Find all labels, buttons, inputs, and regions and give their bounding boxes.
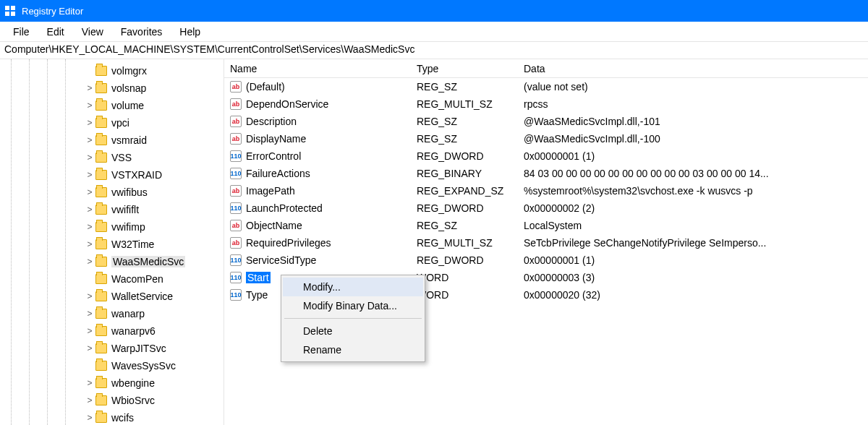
ctx-modify-binary-data[interactable]: Modify Binary Data... <box>283 296 423 315</box>
ctx-delete[interactable]: Delete <box>283 322 423 340</box>
col-header-type[interactable]: Type <box>411 63 518 74</box>
menu-favorites[interactable]: Favorites <box>112 23 171 40</box>
tree-item-wbiosrvc[interactable]: >WbioSrvc <box>0 392 224 409</box>
value-row[interactable]: 110LaunchProtectedREG_DWORD0x00000002 (2… <box>224 199 868 217</box>
value-row[interactable]: abDisplayNameREG_SZ@WaaSMedicSvcImpl.dll… <box>224 130 868 147</box>
expand-icon[interactable]: > <box>85 326 94 336</box>
folder-icon <box>95 326 107 336</box>
expand-icon[interactable]: > <box>85 100 94 111</box>
value-row[interactable]: abRequiredPrivilegesREG_MULTI_SZSeTcbPri… <box>224 234 868 252</box>
menu-help[interactable]: Help <box>171 23 209 40</box>
string-value-icon: ab <box>230 220 242 231</box>
folder-icon <box>95 309 107 319</box>
ctx-rename[interactable]: Rename <box>283 340 423 359</box>
value-type: WORD <box>411 289 518 301</box>
tree-item-volume[interactable]: >volume <box>0 97 224 114</box>
tree-item-label: VSS <box>111 152 132 163</box>
tree-item-walletservice[interactable]: >WalletService <box>0 288 224 305</box>
tree-item-vwififlt[interactable]: >vwififlt <box>0 201 224 218</box>
expand-icon[interactable]: > <box>85 343 94 353</box>
binary-value-icon: 110 <box>230 168 242 179</box>
expand-icon[interactable]: > <box>85 378 94 388</box>
menu-edit[interactable]: Edit <box>38 23 73 40</box>
col-header-name[interactable]: Name <box>224 63 411 74</box>
value-row[interactable]: abImagePathREG_EXPAND_SZ%systemroot%\sys… <box>224 182 868 199</box>
ctx-modify[interactable]: Modify... <box>283 278 423 296</box>
tree-item-wanarpv6[interactable]: >wanarpv6 <box>0 322 224 340</box>
expand-icon[interactable]: > <box>85 187 94 197</box>
expand-icon[interactable]: > <box>85 153 94 163</box>
tree-item-label: vwifibus <box>111 186 148 198</box>
value-type: REG_MULTI_SZ <box>411 98 518 110</box>
tree-item-volmgrx[interactable]: volmgrx <box>0 62 224 80</box>
list-body[interactable]: ab(Default)REG_SZ(value not set)abDepend… <box>224 78 868 425</box>
tree-item-wavessyssvc[interactable]: WavesSysSvc <box>0 357 224 374</box>
tree-item-label: VSTXRAID <box>111 169 162 181</box>
tree-item-label: vwifimp <box>111 221 145 233</box>
expand-icon[interactable]: > <box>85 135 94 145</box>
value-data: @WaaSMedicSvcImpl.dll,-101 <box>518 116 868 127</box>
string-value-icon: ab <box>230 237 242 249</box>
tree-item-wanarp[interactable]: >wanarp <box>0 305 224 322</box>
tree-item-waasmedicsvc[interactable]: >WaaSMedicSvc <box>0 253 224 270</box>
tree-item-vwifibus[interactable]: >vwifibus <box>0 184 224 201</box>
expand-icon[interactable]: > <box>85 291 94 301</box>
expand-icon[interactable]: > <box>85 170 94 180</box>
value-data: 0x00000001 (1) <box>518 150 868 162</box>
tree-item-vwifimp[interactable]: >vwifimp <box>0 218 224 236</box>
tree-item-label: WacomPen <box>111 273 163 285</box>
folder-icon <box>95 135 107 145</box>
tree-item-vpci[interactable]: >vpci <box>0 114 224 132</box>
value-type: REG_SZ <box>411 220 518 231</box>
value-type: REG_SZ <box>411 81 518 93</box>
folder-icon <box>95 83 107 93</box>
tree-item-warpjitsvc[interactable]: >WarpJITSvc <box>0 340 224 357</box>
menubar: FileEditViewFavoritesHelp <box>0 22 868 42</box>
tree-item-wcifs[interactable]: >wcifs <box>0 409 224 425</box>
tree-item-w32time[interactable]: >W32Time <box>0 236 224 253</box>
tree-item-label: WbioSrvc <box>111 395 155 406</box>
expand-icon[interactable]: > <box>85 395 94 405</box>
menu-view[interactable]: View <box>73 23 112 40</box>
string-value-icon: ab <box>230 185 242 197</box>
expand-icon[interactable]: > <box>85 309 94 319</box>
value-row[interactable]: abObjectNameREG_SZLocalSystem <box>224 217 868 234</box>
expand-icon[interactable]: > <box>85 222 94 232</box>
value-row[interactable]: abDescriptionREG_SZ@WaaSMedicSvcImpl.dll… <box>224 113 868 130</box>
folder-icon <box>95 274 107 284</box>
tree-item-vsmraid[interactable]: >vsmraid <box>0 132 224 149</box>
value-type: REG_DWORD <box>411 254 518 266</box>
value-row[interactable]: 110FailureActionsREG_BINARY84 03 00 00 0… <box>224 165 868 182</box>
folder-icon <box>95 395 107 405</box>
tree-item-wacompen[interactable]: WacomPen <box>0 270 224 288</box>
value-row[interactable]: abDependOnServiceREG_MULTI_SZrpcss <box>224 95 868 113</box>
folder-icon <box>95 118 107 128</box>
address-bar[interactable]: Computer\HKEY_LOCAL_MACHINE\SYSTEM\Curre… <box>0 42 868 59</box>
binary-value-icon: 110 <box>230 202 242 214</box>
window-title: Registry Editor <box>22 6 83 17</box>
value-row[interactable]: 110ServiceSidTypeREG_DWORD0x00000001 (1) <box>224 252 868 269</box>
expand-icon[interactable]: > <box>85 257 94 267</box>
tree-item-vss[interactable]: >VSS <box>0 149 224 166</box>
svg-rect-2 <box>5 12 9 16</box>
expand-icon[interactable]: > <box>85 118 94 128</box>
expand-icon[interactable]: > <box>85 413 94 423</box>
tree-item-wbengine[interactable]: >wbengine <box>0 374 224 392</box>
value-type: REG_MULTI_SZ <box>411 237 518 249</box>
expand-icon[interactable]: > <box>85 205 94 215</box>
tree-item-vstxraid[interactable]: >VSTXRAID <box>0 166 224 184</box>
expand-icon[interactable]: > <box>85 239 94 249</box>
tree-item-volsnap[interactable]: >volsnap <box>0 80 224 97</box>
value-type: REG_DWORD <box>411 150 518 162</box>
expand-icon[interactable]: > <box>85 83 94 93</box>
value-type: REG_EXPAND_SZ <box>411 185 518 197</box>
folder-icon <box>95 257 107 267</box>
col-header-data[interactable]: Data <box>518 63 868 74</box>
content: volmgrx>volsnap>volume>vpci>vsmraid>VSS>… <box>0 59 868 425</box>
value-row[interactable]: 110ErrorControlREG_DWORD0x00000001 (1) <box>224 147 868 165</box>
menu-file[interactable]: File <box>4 23 38 40</box>
value-row[interactable]: ab(Default)REG_SZ(value not set) <box>224 78 868 95</box>
value-name: (Default) <box>246 81 285 93</box>
binary-value-icon: 110 <box>230 289 242 301</box>
tree-pane[interactable]: volmgrx>volsnap>volume>vpci>vsmraid>VSS>… <box>0 59 224 425</box>
